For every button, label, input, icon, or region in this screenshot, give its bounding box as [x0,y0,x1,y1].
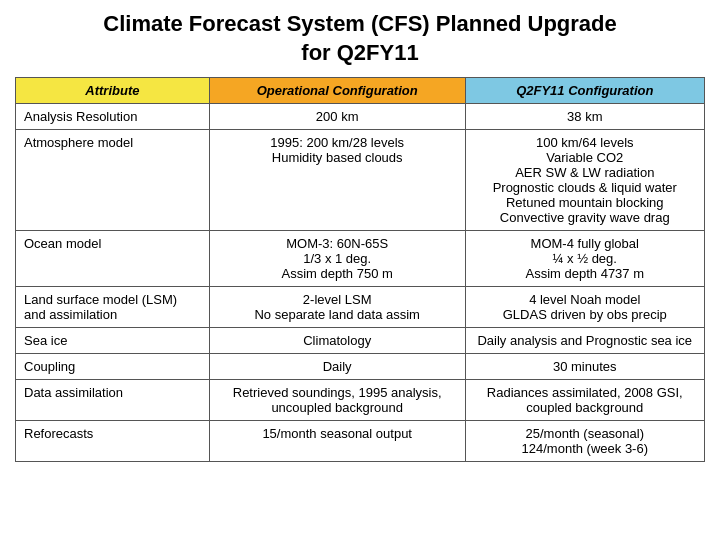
table-row: Ocean modelMOM-3: 60N-65S 1/3 x 1 deg. A… [16,231,705,287]
cell-attribute: Coupling [16,354,210,380]
table-row: Analysis Resolution200 km38 km [16,104,705,130]
cell-q2fy11: Radiances assimilated, 2008 GSI, coupled… [465,380,704,421]
table-row: Data assimilationRetrieved soundings, 19… [16,380,705,421]
table-header-row: Attribute Operational Configuration Q2FY… [16,78,705,104]
cell-q2fy11: 30 minutes [465,354,704,380]
cell-q2fy11: 25/month (seasonal) 124/month (week 3-6) [465,421,704,462]
table-row: CouplingDaily30 minutes [16,354,705,380]
cell-q2fy11: MOM-4 fully global ¼ x ½ deg. Assim dept… [465,231,704,287]
cell-attribute: Data assimilation [16,380,210,421]
cell-q2fy11: Daily analysis and Prognostic sea ice [465,328,704,354]
col-header-operational: Operational Configuration [209,78,465,104]
cell-operational: 200 km [209,104,465,130]
table-row: Land surface model (LSM) and assimilatio… [16,287,705,328]
table-row: Sea iceClimatologyDaily analysis and Pro… [16,328,705,354]
col-header-attribute: Attribute [16,78,210,104]
cell-operational: 2-level LSM No separate land data assim [209,287,465,328]
cell-q2fy11: 38 km [465,104,704,130]
cell-attribute: Analysis Resolution [16,104,210,130]
cell-operational: MOM-3: 60N-65S 1/3 x 1 deg. Assim depth … [209,231,465,287]
cell-attribute: Sea ice [16,328,210,354]
cell-attribute: Ocean model [16,231,210,287]
cell-operational: 15/month seasonal output [209,421,465,462]
cell-attribute: Atmosphere model [16,130,210,231]
col-header-q2fy11: Q2FY11 Configuration [465,78,704,104]
cell-q2fy11: 4 level Noah model GLDAS driven by obs p… [465,287,704,328]
table-row: Atmosphere model1995: 200 km/28 levels H… [16,130,705,231]
cell-operational: Retrieved soundings, 1995 analysis, unco… [209,380,465,421]
cell-operational: Climatology [209,328,465,354]
cell-operational: Daily [209,354,465,380]
cell-q2fy11: 100 km/64 levels Variable CO2 AER SW & L… [465,130,704,231]
cell-attribute: Reforecasts [16,421,210,462]
cell-attribute: Land surface model (LSM) and assimilatio… [16,287,210,328]
table-row: Reforecasts15/month seasonal output25/mo… [16,421,705,462]
page-title: Climate Forecast System (CFS) Planned Up… [15,10,705,67]
cell-operational: 1995: 200 km/28 levels Humidity based cl… [209,130,465,231]
comparison-table: Attribute Operational Configuration Q2FY… [15,77,705,462]
